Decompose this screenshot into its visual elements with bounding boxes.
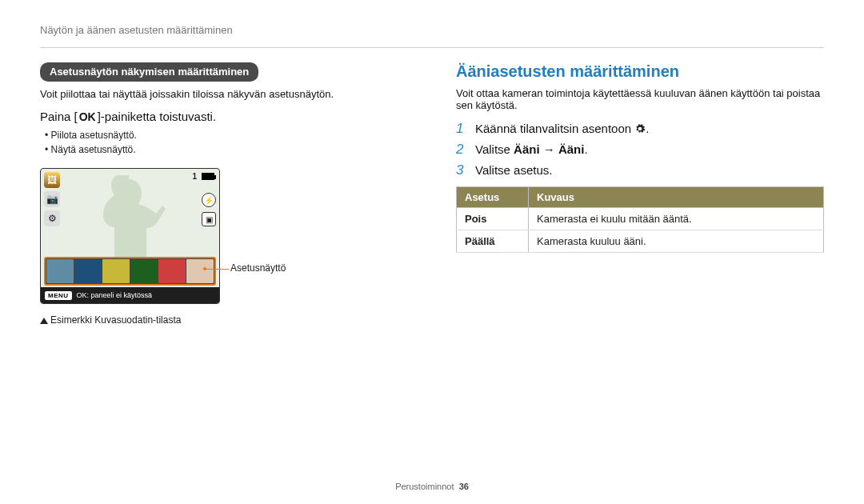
- step-text: Valitse asetus.: [475, 163, 552, 177]
- camera-topbar: 1: [192, 172, 214, 181]
- step: 1 Käännä tilanvalitsin asentoon .: [456, 121, 824, 137]
- settings-icon: ⚙: [44, 210, 60, 226]
- filter-thumb: [130, 259, 158, 283]
- camera-screenshot-wrap: 1 🖼 📷 ⚙ ⚡ ▣: [40, 168, 220, 304]
- bullets-list: Piilota asetusnäyttö. Näytä asetusnäyttö…: [40, 128, 408, 157]
- footer-section: Perustoiminnot: [395, 482, 454, 491]
- table-cell-label: Päällä: [457, 230, 529, 253]
- table-row: Päällä Kamerasta kuuluu ääni.: [457, 230, 824, 253]
- step: 2 Valitse Ääni → Ääni.: [456, 142, 824, 158]
- settings-table: Asetus Kuvaus Pois Kamerasta ei kuulu mi…: [456, 186, 824, 253]
- bottombar-text: OK: paneeli ei käytössä: [77, 291, 153, 299]
- silhouette-icon: [97, 175, 169, 263]
- caption: Esimerkki Kuvasuodatin-tilasta: [40, 314, 408, 326]
- section-title: Ääniasetusten määrittäminen: [456, 62, 824, 81]
- triangle-up-icon: [40, 318, 48, 324]
- page-footer: Perustoiminnot 36: [0, 482, 864, 491]
- filter-thumb: [158, 259, 186, 283]
- filter-thumb: [46, 259, 74, 283]
- camera-icon: 📷: [44, 191, 60, 207]
- filter-thumb: [102, 259, 130, 283]
- numbered-steps: 1 Käännä tilanvalitsin asentoon . 2 Vali…: [456, 121, 824, 178]
- right-column: Ääniasetusten määrittäminen Voit ottaa k…: [456, 62, 824, 326]
- table-row: Pois Kamerasta ei kuulu mitään ääntä.: [457, 208, 824, 230]
- shot-count: 1: [192, 172, 197, 181]
- table-cell-label: Pois: [457, 208, 529, 230]
- table-header: Kuvaus: [529, 187, 824, 208]
- table-cell-desc: Kamerasta kuuluu ääni.: [529, 230, 824, 253]
- callout-label: Asetusnäyttö: [230, 262, 286, 274]
- filter-thumb: [74, 259, 102, 283]
- press-instruction: Paina [OK]-painiketta toistuvasti.: [40, 110, 408, 123]
- menu-badge: MENU: [45, 291, 72, 300]
- battery-icon: [202, 173, 214, 180]
- table-cell-desc: Kamerasta ei kuulu mitään ääntä.: [529, 208, 824, 230]
- press-prefix: Paina [: [40, 110, 78, 123]
- left-column: Asetusnäytön näkymisen määrittäminen Voi…: [40, 62, 408, 326]
- step-text: Käännä tilanvalitsin asentoon .: [475, 122, 649, 135]
- intro-text: Voit ottaa kameran toimintoja käytettäes…: [456, 87, 824, 111]
- page-number: 36: [459, 482, 469, 491]
- flash-icon: ⚡: [202, 193, 216, 207]
- ok-button-icon: OK: [78, 110, 98, 123]
- filter-thumb: [186, 259, 214, 283]
- camera-screenshot: 1 🖼 📷 ⚙ ⚡ ▣: [40, 168, 220, 304]
- ev-icon: ▣: [202, 212, 216, 226]
- intro-text: Voit piilottaa tai näyttää joissakin til…: [40, 88, 408, 100]
- divider: [40, 47, 824, 48]
- press-suffix: ]-painiketta toistuvasti.: [98, 110, 216, 123]
- camera-left-icons: 🖼 📷 ⚙: [44, 172, 60, 226]
- bullet-item: Piilota asetusnäyttö.: [45, 128, 408, 142]
- breadcrumb: Näytön ja äänen asetusten määrittäminen: [40, 24, 824, 36]
- gear-icon: [634, 123, 646, 134]
- mode-icon: 🖼: [44, 172, 60, 188]
- step-number: 2: [456, 142, 469, 158]
- step-text: Valitse Ääni → Ääni.: [475, 142, 588, 156]
- step-number: 3: [456, 162, 469, 178]
- step-number: 1: [456, 121, 469, 137]
- camera-bottombar: MENU OK: paneeli ei käytössä: [41, 287, 219, 303]
- camera-right-icons: ⚡ ▣: [202, 193, 216, 226]
- callout-dot-icon: [203, 267, 206, 270]
- subsection-header: Asetusnäytön näkymisen määrittäminen: [40, 62, 258, 82]
- filter-strip: [44, 257, 216, 286]
- step: 3 Valitse asetus.: [456, 162, 824, 178]
- bullet-item: Näytä asetusnäyttö.: [45, 142, 408, 157]
- table-header: Asetus: [457, 187, 529, 208]
